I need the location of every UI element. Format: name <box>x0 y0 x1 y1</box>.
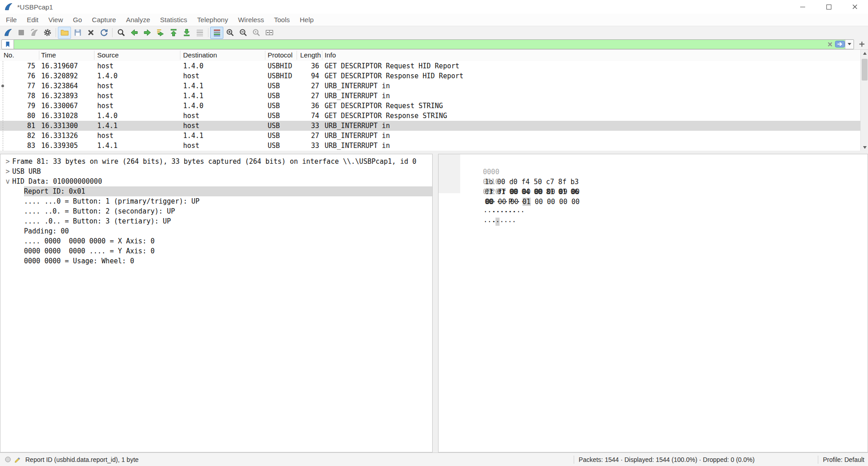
go-forward-button[interactable] <box>141 27 154 39</box>
hex-row[interactable]: 0010 01 01 00 04 00 81 01 06 00 00 00 01… <box>439 167 868 177</box>
restart-capture-button[interactable] <box>28 27 41 39</box>
packet-length: 33 <box>289 141 319 151</box>
find-packet-button[interactable] <box>114 27 127 39</box>
column-header-time[interactable]: Time <box>41 51 56 59</box>
colorize-packets-button[interactable] <box>193 27 206 39</box>
expander-icon[interactable] <box>15 226 24 236</box>
column-divider[interactable] <box>265 51 265 60</box>
menu-item[interactable]: View <box>43 16 68 24</box>
go-back-button[interactable] <box>127 27 141 39</box>
expander-icon[interactable]: > <box>3 166 12 176</box>
expander-icon[interactable] <box>15 256 24 266</box>
detail-tree-item[interactable]: .... ..0. = Button: 2 (secondary): UP <box>0 206 432 216</box>
packet-row[interactable]: 80 16.331028 1.4.0 host USB 74 GET DESCR… <box>0 111 860 121</box>
close-file-button[interactable] <box>84 27 97 39</box>
menu-item[interactable]: Capture <box>87 16 121 24</box>
expander-icon[interactable] <box>15 246 24 256</box>
auto-scroll-button[interactable] <box>210 27 223 39</box>
column-header-source[interactable]: Source <box>97 51 119 59</box>
minimize-button[interactable] <box>789 0 816 14</box>
detail-tree-item[interactable]: Padding: 00 <box>0 226 432 236</box>
maximize-button[interactable] <box>816 0 842 14</box>
column-divider[interactable] <box>180 51 180 60</box>
capture-options-button[interactable] <box>41 27 54 39</box>
packet-source: host <box>97 131 181 141</box>
save-file-button[interactable] <box>71 27 84 39</box>
profile-selector[interactable]: Profile: Default <box>823 456 864 463</box>
column-header-destination[interactable]: Destination <box>183 51 217 59</box>
expert-info-button[interactable] <box>3 455 13 465</box>
filter-bookmark-button[interactable] <box>1 39 14 49</box>
expander-icon[interactable] <box>15 206 24 216</box>
column-divider[interactable] <box>322 51 322 60</box>
menu-item[interactable]: Edit <box>22 16 43 24</box>
detail-tree-item[interactable]: v HID Data: 010000000000 <box>0 176 432 186</box>
expander-icon[interactable]: > <box>3 157 12 166</box>
packet-row[interactable]: 76 16.320892 1.4.0 host USBHID 94 GET DE… <box>0 71 860 81</box>
packet-row[interactable]: 81 16.331300 1.4.1 host USB 33 URB_INTER… <box>0 121 860 131</box>
detail-tree-item[interactable]: 0000 0000 = Usage: Wheel: 0 <box>0 256 432 266</box>
open-file-button[interactable] <box>58 27 71 39</box>
detail-tree-item[interactable]: > USB URB <box>0 166 432 176</box>
expander-icon[interactable] <box>15 186 24 196</box>
detail-text: .... ...0 = Button: 1 (primary/trigger):… <box>24 196 432 206</box>
detail-tree-item[interactable]: > Frame 81: 33 bytes on wire (264 bits),… <box>0 157 432 166</box>
column-divider[interactable] <box>297 51 297 60</box>
column-header-length[interactable]: Length <box>300 51 321 59</box>
menu-item[interactable]: Wireless <box>233 16 269 24</box>
expander-icon[interactable] <box>15 196 24 206</box>
filter-add-button[interactable] <box>857 40 867 49</box>
column-divider[interactable] <box>39 51 39 60</box>
packet-row[interactable]: 82 16.331326 host 1.4.1 USB 27 URB_INTER… <box>0 131 860 141</box>
menu-item[interactable]: File <box>1 16 22 24</box>
filter-dropdown-button[interactable] <box>845 40 854 49</box>
packet-row[interactable]: 75 16.319607 host 1.4.0 USBHID 36 GET DE… <box>0 61 860 71</box>
menu-item[interactable]: Statistics <box>155 16 192 24</box>
hex-row[interactable]: 0020 00 · <box>439 177 868 187</box>
capture-comment-button[interactable] <box>13 455 23 465</box>
column-divider[interactable] <box>94 51 94 60</box>
menu-item[interactable]: Go <box>68 16 87 24</box>
packet-list-scrollbar[interactable] <box>860 50 868 151</box>
packet-source: 1.4.1 <box>97 121 181 131</box>
hex-row[interactable]: 0000 1b 00 d0 f4 50 c7 8f b3 ff ff 00 00… <box>439 157 868 167</box>
go-last-packet-button[interactable] <box>180 27 193 39</box>
menu-item[interactable]: Analyze <box>121 16 155 24</box>
menu-item[interactable]: Telephony <box>192 16 233 24</box>
minimize-icon <box>800 7 805 7</box>
menu-item[interactable]: Tools <box>269 16 295 24</box>
go-first-packet-button[interactable] <box>167 27 180 39</box>
detail-tree-item[interactable]: .... .0.. = Button: 3 (tertiary): UP <box>0 216 432 226</box>
close-button[interactable] <box>842 0 868 14</box>
filter-clear-button[interactable] <box>825 40 835 48</box>
detail-tree-item[interactable]: Report ID: 0x01 <box>0 186 432 196</box>
detail-tree-item[interactable]: .... 0000 0000 0000 = X Axis: 0 <box>0 236 432 246</box>
packet-row[interactable]: 83 16.339305 1.4.1 host USB 33 URB_INTER… <box>0 141 860 151</box>
resize-columns-button[interactable] <box>263 27 276 39</box>
menu-item[interactable]: Help <box>295 16 319 24</box>
column-header-info[interactable]: Info <box>325 51 336 59</box>
packet-row[interactable]: 79 16.330067 host 1.4.0 USB 36 GET DESCR… <box>0 101 860 111</box>
scroll-down-button[interactable] <box>861 144 868 151</box>
reload-file-button[interactable] <box>97 27 110 39</box>
zoom-out-button[interactable] <box>236 27 250 39</box>
zoom-normal-button[interactable] <box>250 27 263 39</box>
expander-icon[interactable]: v <box>3 176 12 186</box>
column-header-protocol[interactable]: Protocol <box>268 51 292 59</box>
zoom-in-button[interactable] <box>223 27 236 39</box>
packet-row[interactable]: 78 16.323893 host 1.4.1 USB 27 URB_INTER… <box>0 91 860 101</box>
filter-apply-button[interactable] <box>835 40 845 48</box>
start-capture-button[interactable] <box>1 27 14 39</box>
detail-tree-item[interactable]: 0000 0000 0000 .... = Y Axis: 0 <box>0 246 432 256</box>
detail-text: Padding: 00 <box>24 226 432 236</box>
detail-tree-item[interactable]: .... ...0 = Button: 1 (primary/trigger):… <box>0 196 432 206</box>
column-header-no[interactable]: No. <box>4 51 14 59</box>
expander-icon[interactable] <box>15 216 24 226</box>
packet-row[interactable]: 77 16.323864 host 1.4.1 USB 27 URB_INTER… <box>0 81 860 91</box>
go-to-packet-button[interactable] <box>154 27 167 39</box>
expander-icon[interactable] <box>15 236 24 246</box>
display-filter-input[interactable] <box>14 39 854 49</box>
scroll-up-button[interactable] <box>861 50 868 57</box>
stop-capture-button[interactable] <box>14 27 28 39</box>
scrollbar-thumb[interactable] <box>862 59 868 81</box>
